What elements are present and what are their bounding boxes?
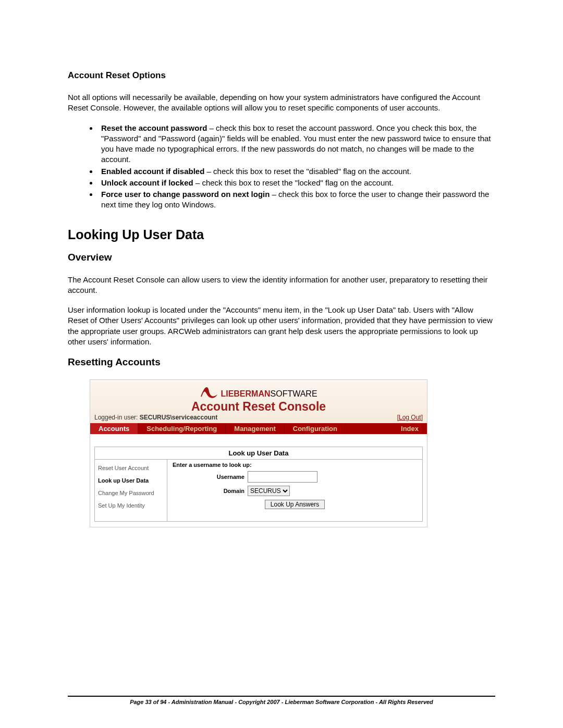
paragraph: User information lookup is located under… [68,305,495,347]
bullet-text: – check this box to reset the "locked" f… [193,178,394,187]
bullet-text: – check this box to reset the "disabled"… [204,167,411,176]
form-prompt: Enter a username to look up: [173,462,417,468]
logged-in-prefix: Logged-in user: [94,414,140,421]
nav-accounts[interactable]: Accounts [90,423,138,434]
brand-bold: LIEBERMAN [221,389,270,398]
brand-logo-row: LIEBERMANSOFTWARE [90,383,427,399]
sidenav-change-my-password[interactable]: Change My Password [98,487,164,499]
bullet-strong: Reset the account password [101,124,207,132]
console-screenshot: LIEBERMANSOFTWARE Account Reset Console … [90,379,427,527]
logged-in-username: SECURUS\serviceaccount [140,414,217,421]
nav-management[interactable]: Management [226,423,284,434]
main-navbar: Accounts Scheduling/Reporting Management… [90,423,427,434]
brand-text: LIEBERMANSOFTWARE [221,389,317,399]
footer-rule [68,696,495,697]
logged-in-user-label: Logged-in user: SECURUS\serviceaccount [94,414,217,421]
sidenav-reset-user-account[interactable]: Reset User Account [98,462,164,474]
page-footer: Page 33 of 94 - Administration Manual - … [68,696,495,705]
nav-configuration[interactable]: Configuration [285,423,346,434]
list-item: Force user to change password on next lo… [98,189,495,211]
console-content: Look up User Data Reset User Account Loo… [90,434,427,527]
subheading-overview: Overview [68,252,495,263]
heading-looking-up-user-data: Looking Up User Data [68,227,495,242]
side-nav: Reset User Account Look up User Data Cha… [95,460,167,521]
sidenav-look-up-user-data[interactable]: Look up User Data [98,474,164,487]
domain-label: Domain [173,488,248,494]
lookup-panel: Look up User Data Reset User Account Loo… [94,447,423,522]
lookup-form: Enter a username to look up: Username Do… [167,460,422,521]
list-item: Enabled account if disabled – check this… [98,166,495,177]
brand-thin: SOFTWARE [271,389,317,398]
list-item: Unlock account if locked – check this bo… [98,178,495,188]
footer-text: Page 33 of 94 - Administration Manual - … [68,699,495,705]
logout-link[interactable]: [Log Out] [397,414,423,421]
console-header: LIEBERMANSOFTWARE Account Reset Console … [90,380,427,423]
list-item: Reset the account password – check this … [98,123,495,165]
domain-select[interactable]: SECURUS [248,486,290,496]
subheading-resetting-accounts: Resetting Accounts [68,356,495,368]
section-heading-account-reset-options: Account Reset Options [68,70,495,81]
options-bullet-list: Reset the account password – check this … [68,123,495,211]
bullet-strong: Force user to change password on next lo… [101,190,270,199]
bullet-strong: Enabled account if disabled [101,167,204,176]
nav-index[interactable]: Index [393,423,427,434]
paragraph: Not all options will necessarily be avai… [68,92,495,114]
app-title: Account Reset Console [90,400,427,414]
panel-title: Look up User Data [95,447,422,460]
sidenav-set-up-my-identity[interactable]: Set Up My Identity [98,499,164,512]
bullet-strong: Unlock account if locked [101,178,193,187]
username-input[interactable] [248,471,317,483]
look-up-answers-button[interactable]: Look Up Answers [265,500,325,509]
paragraph: The Account Reset Console can allow user… [68,275,495,296]
nav-scheduling-reporting[interactable]: Scheduling/Reporting [138,423,226,434]
username-label: Username [173,474,248,480]
brand-swoosh-icon [200,383,218,399]
